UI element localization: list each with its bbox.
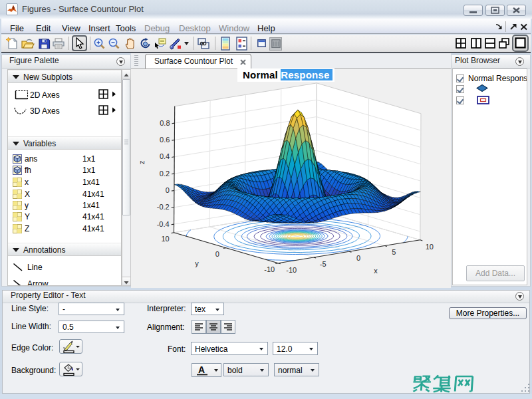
svg-text:z: z xyxy=(138,160,146,164)
svg-text:-5: -5 xyxy=(320,260,327,268)
svg-text:-10: -10 xyxy=(264,265,275,273)
svg-text:0.8: 0.8 xyxy=(160,119,170,127)
svg-text:-0.2: -0.2 xyxy=(157,203,170,211)
svg-text:0: 0 xyxy=(166,186,170,194)
svg-text:0.4: 0.4 xyxy=(160,152,170,160)
svg-text:0: 0 xyxy=(356,254,360,262)
svg-text:10: 10 xyxy=(161,235,169,243)
svg-text:0.6: 0.6 xyxy=(160,136,170,144)
svg-text:-10: -10 xyxy=(286,266,297,274)
svg-text:y: y xyxy=(195,259,199,267)
svg-text:0.2: 0.2 xyxy=(160,170,170,178)
svg-text:-0.4: -0.4 xyxy=(157,220,170,228)
svg-text:0: 0 xyxy=(215,250,219,258)
svg-text:5: 5 xyxy=(392,248,396,256)
svg-text:10: 10 xyxy=(426,243,434,251)
svg-text:A: A xyxy=(198,364,205,375)
svg-text:x: x xyxy=(374,267,378,275)
